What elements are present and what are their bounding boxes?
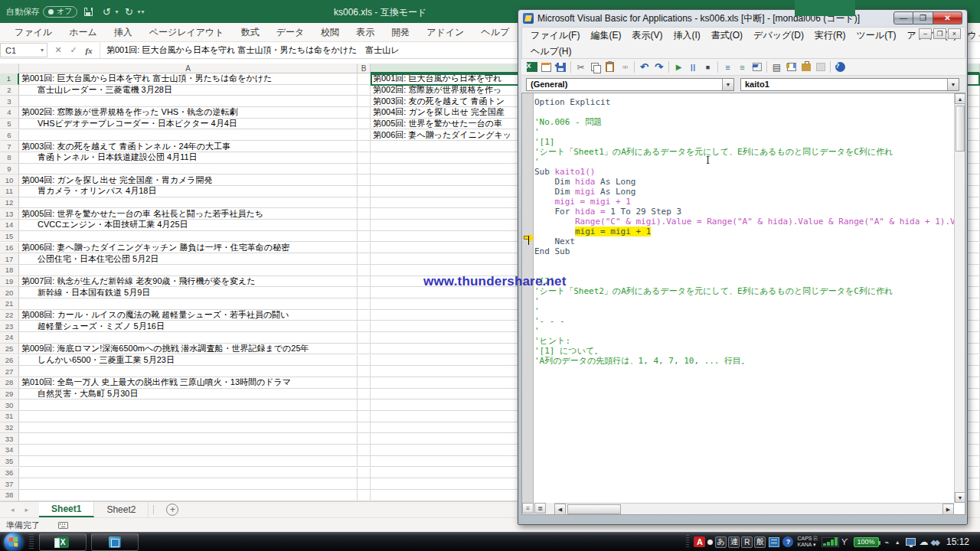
cell-b36[interactable] xyxy=(358,468,371,479)
save-icon[interactable] xyxy=(554,61,567,73)
cell-a4[interactable]: 第002回: 窓際族が世界規格を作った VHS・執念の逆転劇 xyxy=(19,107,358,119)
cell-a15[interactable] xyxy=(19,231,358,243)
accessibility-checker-icon[interactable] xyxy=(58,522,68,529)
menu-デバッグ(D)[interactable]: デバッグ(D) xyxy=(748,29,809,42)
cell-a19[interactable]: 第007回: 執念が生んだ新幹線 老友90歳・飛行機が姿を変えた xyxy=(19,276,358,288)
row-header-25[interactable]: 25 xyxy=(0,344,19,355)
name-box[interactable]: C1▾ xyxy=(0,43,47,57)
cell-a14[interactable]: CVCCエンジン・本田技研工業 4月25日 xyxy=(19,220,358,231)
code-line-2[interactable] xyxy=(534,107,954,117)
cell-a3[interactable] xyxy=(19,96,358,107)
dropdown-arrow-icon[interactable]: ▼ xyxy=(722,79,733,90)
row-header-27[interactable]: 27 xyxy=(0,366,19,377)
cell-b4[interactable] xyxy=(358,107,371,119)
insert-userform-icon[interactable] xyxy=(540,61,553,73)
code-line-19[interactable]: '[2] xyxy=(534,276,954,286)
ime-button-あ[interactable]: あ xyxy=(715,536,727,548)
design-mode-icon[interactable] xyxy=(750,61,763,73)
cell-a23[interactable]: 超軽量シューズ・ミズノ 5月16日 xyxy=(19,321,358,332)
cell-b29[interactable] xyxy=(358,389,371,400)
find-icon[interactable]: ○○ xyxy=(618,61,631,73)
mdi-minimize-icon[interactable]: – xyxy=(919,28,932,39)
cell-a29[interactable]: 自然災害・大島町 5月30日 xyxy=(19,389,358,400)
cell-b17[interactable] xyxy=(358,253,371,265)
ribbon-tab-表示[interactable]: 表示 xyxy=(348,23,383,42)
menu-ヘルプ(H)[interactable]: ヘルプ(H) xyxy=(525,45,577,58)
row-header-4[interactable]: 4 xyxy=(0,107,19,119)
cell-a27[interactable] xyxy=(19,366,358,377)
row-header-21[interactable]: 21 xyxy=(0,298,19,310)
code-line-24[interactable]: ' xyxy=(534,326,954,336)
redo-dropdown-icon[interactable]: ▾ xyxy=(137,8,140,15)
cell-b5[interactable] xyxy=(358,119,371,130)
ribbon-tab-ファイル[interactable]: ファイル xyxy=(6,23,60,42)
row-header-15[interactable]: 15 xyxy=(0,231,19,243)
code-line-current[interactable]: migi = migi + 1 xyxy=(534,227,954,236)
row-header-14[interactable]: 14 xyxy=(0,220,19,231)
break-icon[interactable]: || xyxy=(687,61,700,73)
scroll-up-icon[interactable]: ▲ xyxy=(955,93,965,104)
cell-b33[interactable] xyxy=(358,433,371,445)
close-button[interactable]: ✕ xyxy=(933,11,962,24)
cell-b27[interactable] xyxy=(358,366,371,377)
row-header-11[interactable]: 11 xyxy=(0,186,19,197)
cloud-tray-icon[interactable]: ☁ xyxy=(920,536,929,547)
cell-b32[interactable] xyxy=(358,422,371,434)
full-module-view-button[interactable]: ≣ xyxy=(534,503,546,514)
taskbar-vb-button[interactable] xyxy=(91,533,139,551)
cell-b15[interactable] xyxy=(358,231,371,243)
redo-button[interactable]: ↻ xyxy=(121,4,136,19)
cell-b12[interactable] xyxy=(358,197,371,209)
code-line-16[interactable]: End Sub xyxy=(534,246,954,256)
procedure-dropdown[interactable]: kaito1▼ xyxy=(740,78,959,91)
paste-icon[interactable] xyxy=(603,61,616,73)
cell-b3[interactable] xyxy=(358,96,371,107)
row-header-23[interactable]: 23 xyxy=(0,321,19,332)
excel-view-icon[interactable]: X xyxy=(525,61,538,73)
vertical-scroll-thumb[interactable] xyxy=(956,106,965,152)
cell-b11[interactable] xyxy=(358,186,371,197)
code-line-15[interactable]: Next xyxy=(534,236,954,246)
cell-a22[interactable]: 第008回: カール・ルイスの魔法の靴 超軽量シューズ・若手社員の闘い xyxy=(19,310,358,321)
cell-a38[interactable] xyxy=(19,490,358,501)
code-line-5[interactable]: '[1] xyxy=(534,137,954,147)
cell-a26[interactable]: しんかい6500・三菱重工業 5月23日 xyxy=(19,355,358,367)
ribbon-tab-開発[interactable]: 開発 xyxy=(383,23,418,42)
cut-icon[interactable]: ✂ xyxy=(574,61,587,73)
object-browser-icon[interactable] xyxy=(785,61,798,73)
wireless-icon[interactable]: ϒ xyxy=(841,537,848,546)
scroll-right-icon[interactable]: ▶ xyxy=(942,504,954,515)
cell-a9[interactable] xyxy=(19,164,358,175)
dropbox-tray-icon[interactable]: ◆◆ xyxy=(931,538,938,546)
code-line-10[interactable]: Dim migi As Long xyxy=(534,187,954,197)
code-line-11[interactable]: migi = migi + 1 xyxy=(534,197,954,207)
row-header-32[interactable]: 32 xyxy=(0,422,19,434)
cell-b26[interactable] xyxy=(358,355,371,367)
cell-b19[interactable] xyxy=(358,276,371,288)
cell-b16[interactable] xyxy=(358,243,371,254)
cell-a30[interactable] xyxy=(19,399,358,411)
row-header-3[interactable]: 3 xyxy=(0,96,19,107)
reset-icon[interactable]: ■ xyxy=(701,61,714,73)
row-header-37[interactable]: 37 xyxy=(0,478,19,490)
minimize-button[interactable]: — xyxy=(893,11,913,24)
confirm-entry-icon[interactable]: ✓ xyxy=(66,45,81,55)
row-header-10[interactable]: 10 xyxy=(0,174,19,186)
help-icon[interactable]: ? xyxy=(834,61,847,73)
row-header-34[interactable]: 34 xyxy=(0,445,19,456)
cell-a32[interactable] xyxy=(19,422,358,434)
start-button[interactable] xyxy=(4,533,23,551)
menu-実行(R)[interactable]: 実行(R) xyxy=(809,29,851,42)
maximize-button[interactable]: ❐ xyxy=(913,11,933,24)
cell-b18[interactable] xyxy=(358,265,371,276)
cell-b10[interactable] xyxy=(358,174,371,186)
ime-button-般[interactable]: 般 xyxy=(754,536,766,548)
cell-a11[interactable]: 胃カメラ・オリンパス 4月18日 xyxy=(19,186,358,197)
ribbon-tab-ページレイアウト[interactable]: ページレイアウト xyxy=(141,23,233,42)
cell-a2[interactable]: 富士山レーダー・三菱電機 3月28日 xyxy=(19,85,358,96)
row-header-28[interactable]: 28 xyxy=(0,377,19,389)
cell-b1[interactable] xyxy=(358,73,371,85)
scroll-left-icon[interactable]: ◀ xyxy=(554,504,566,515)
cell-b25[interactable] xyxy=(358,344,371,355)
procedure-view-button[interactable]: ≡ xyxy=(522,503,534,514)
